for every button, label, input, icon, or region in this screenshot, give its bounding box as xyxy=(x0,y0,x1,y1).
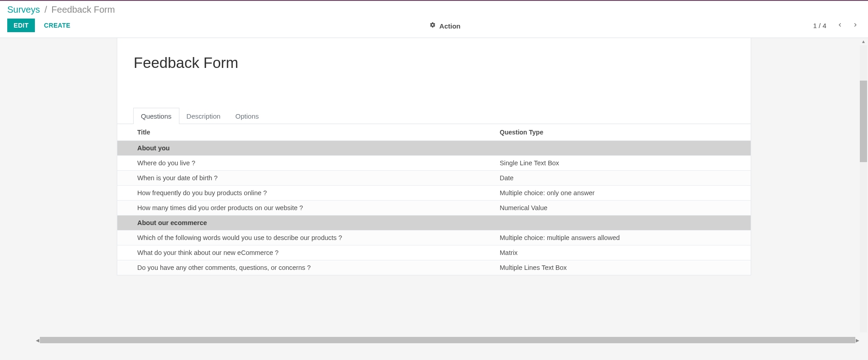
question-title-cell: What do your think about our new eCommer… xyxy=(117,245,480,260)
questions-table: Title Question Type About youWhere do yo… xyxy=(117,124,751,275)
action-dropdown[interactable]: Action xyxy=(77,21,813,30)
table-row[interactable]: How many times did you order products on… xyxy=(117,201,751,216)
pager-next-button[interactable] xyxy=(850,19,861,32)
content-scroll[interactable]: Feedback Form Questions Description Opti… xyxy=(0,38,868,348)
question-title-cell: Where do you live ? xyxy=(117,156,480,171)
table-row[interactable]: Which of the following words would you u… xyxy=(117,230,751,245)
column-header-type[interactable]: Question Type xyxy=(480,124,751,141)
question-title-cell: How frequently do you buy products onlin… xyxy=(117,186,480,201)
pager-text[interactable]: 1 / 4 xyxy=(813,22,826,29)
pager: 1 / 4 xyxy=(813,19,861,32)
breadcrumb-separator: / xyxy=(42,5,50,14)
scroll-right-icon: ▶ xyxy=(855,338,860,343)
section-title: About our ecommerce xyxy=(117,216,751,230)
scroll-horizontal-track[interactable] xyxy=(40,337,855,343)
scroll-up-icon: ▲ xyxy=(860,39,867,45)
scroll-vertical-thumb[interactable] xyxy=(860,81,867,162)
control-row: EDIT CREATE Action 1 / 4 xyxy=(0,17,868,38)
question-type-cell: Multiple choice: multiple answers allowe… xyxy=(480,230,751,245)
column-header-title[interactable]: Title xyxy=(117,124,480,141)
action-label: Action xyxy=(439,22,461,29)
page-title: Feedback Form xyxy=(117,51,751,72)
table-row[interactable]: When is your date of birth ?Date xyxy=(117,171,751,186)
vertical-scrollbar[interactable]: ▲ xyxy=(860,39,867,339)
chevron-left-icon xyxy=(836,22,844,30)
table-row[interactable]: What do your think about our new eCommer… xyxy=(117,245,751,260)
question-title-cell: When is your date of birth ? xyxy=(117,171,480,186)
gear-icon xyxy=(429,22,436,29)
question-type-cell: Date xyxy=(480,171,751,186)
form-card: Feedback Form Questions Description Opti… xyxy=(117,38,751,275)
chevron-right-icon xyxy=(852,22,859,30)
table-row[interactable]: Do you have any other comments, question… xyxy=(117,260,751,275)
question-type-cell: Multiple Lines Text Box xyxy=(480,260,751,275)
table-row[interactable]: Where do you live ?Single Line Text Box xyxy=(117,156,751,171)
content-wrapper: Feedback Form Questions Description Opti… xyxy=(0,38,868,348)
breadcrumb: Surveys / Feedback Form xyxy=(0,1,868,17)
question-title-cell: Do you have any other comments, question… xyxy=(117,260,480,275)
tab-strip: Questions Description Options xyxy=(117,108,751,124)
table-row[interactable]: How frequently do you buy products onlin… xyxy=(117,186,751,201)
horizontal-scrollbar[interactable]: ◀ ▶ xyxy=(35,337,860,343)
tab-description[interactable]: Description xyxy=(179,108,228,124)
section-title: About you xyxy=(117,141,751,156)
section-row[interactable]: About you xyxy=(117,141,751,156)
question-type-cell: Matrix xyxy=(480,245,751,260)
breadcrumb-current: Feedback Form xyxy=(52,5,115,14)
question-title-cell: How many times did you order products on… xyxy=(117,201,480,216)
tab-questions[interactable]: Questions xyxy=(133,108,179,124)
header-bar: Surveys / Feedback Form EDIT CREATE Acti… xyxy=(0,1,868,38)
edit-button[interactable]: EDIT xyxy=(7,19,35,32)
question-type-cell: Multiple choice: only one answer xyxy=(480,186,751,201)
question-type-cell: Single Line Text Box xyxy=(480,156,751,171)
section-row[interactable]: About our ecommerce xyxy=(117,216,751,230)
question-title-cell: Which of the following words would you u… xyxy=(117,230,480,245)
scroll-left-icon: ◀ xyxy=(35,338,40,343)
scroll-vertical-track[interactable] xyxy=(860,45,867,332)
question-type-cell: Numerical Value xyxy=(480,201,751,216)
breadcrumb-root-link[interactable]: Surveys xyxy=(7,5,40,14)
pager-prev-button[interactable] xyxy=(834,19,845,32)
tab-options[interactable]: Options xyxy=(228,108,267,124)
create-button[interactable]: CREATE xyxy=(38,19,77,32)
